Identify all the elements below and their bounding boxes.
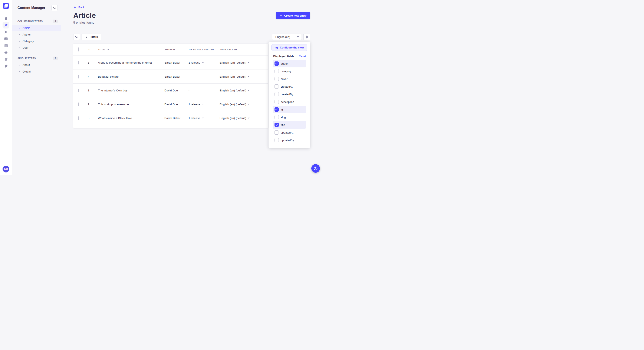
field-option-updatedAt[interactable]: updatedAt [273, 129, 306, 136]
filters-button[interactable]: Filters [82, 34, 101, 40]
sidebar-item-label: User [22, 46, 28, 49]
sidebar-item-label: Author [22, 33, 31, 36]
home-icon[interactable] [2, 15, 9, 22]
checkbox-unchecked-icon[interactable] [274, 130, 279, 135]
chevron-down-icon [202, 104, 204, 105]
arrow-left-icon [73, 6, 77, 9]
cloud-icon[interactable] [2, 49, 9, 56]
sidebar-item-global[interactable]: Global [12, 68, 61, 75]
sidebar-item-about[interactable]: About [12, 62, 61, 68]
checkbox-unchecked-icon[interactable] [274, 84, 279, 89]
cell-author: David Doe [164, 103, 188, 106]
field-option-description[interactable]: description [273, 98, 306, 106]
bullet-icon [20, 28, 20, 28]
back-link[interactable]: Back [73, 6, 84, 9]
field-option-id[interactable]: id [273, 106, 306, 113]
column-header-release[interactable]: TO BE RELEASED IN [188, 48, 220, 51]
cell-release[interactable]: 1 release [188, 117, 220, 120]
bullet-icon [20, 71, 20, 72]
chevron-down-icon [248, 118, 250, 119]
row-checkbox[interactable] [78, 75, 79, 78]
page-title: Article [73, 11, 96, 19]
cell-available-locales[interactable]: English (en) (default) [220, 117, 263, 120]
cell-available-locales[interactable]: English (en) (default) [220, 75, 263, 78]
sidebar-item-article[interactable]: Article [12, 25, 61, 31]
table-row[interactable]: 4 Beautiful picture Sarah Baker - Englis… [73, 70, 268, 83]
sidebar-item-label: Global [22, 70, 31, 73]
field-option-cover[interactable]: cover [273, 75, 306, 83]
user-avatar[interactable]: KD [2, 166, 9, 173]
sidebar-item-category[interactable]: Category [12, 38, 61, 44]
cart-icon[interactable] [2, 56, 9, 62]
settings-gear-icon[interactable] [2, 62, 9, 69]
entries-table: ID TITLE AUTHOR TO BE RELEASED IN AVAILA… [73, 44, 268, 128]
gear-icon [305, 35, 308, 39]
main-nav-rail: KD [0, 0, 12, 175]
table-row[interactable]: 2 This shrimp is awesome David Doe 1 rel… [73, 97, 268, 111]
checkbox-unchecked-icon[interactable] [274, 92, 279, 96]
field-option-author[interactable]: author [273, 60, 306, 67]
checkbox-checked-icon[interactable] [274, 107, 279, 112]
field-option-createdAt[interactable]: createdAt [273, 83, 306, 90]
field-option-updatedBy[interactable]: updatedBy [273, 136, 306, 144]
help-button[interactable] [311, 164, 320, 173]
media-images-icon[interactable] [2, 35, 9, 42]
create-button-label: Create new entry [284, 14, 306, 17]
select-all-checkbox[interactable] [78, 47, 79, 51]
checkbox-unchecked-icon[interactable] [274, 77, 279, 81]
sidebar-item-user[interactable]: User [12, 44, 61, 51]
chevron-down-icon [248, 62, 250, 63]
checkbox-unchecked-icon[interactable] [274, 69, 279, 73]
rail-logo-area [0, 0, 12, 12]
checkbox-unchecked-icon[interactable] [274, 115, 279, 119]
chevron-down-icon [202, 62, 204, 63]
table-row[interactable]: 3 A bug is becoming a meme on the intern… [73, 56, 268, 70]
chevron-down-icon [248, 90, 250, 91]
field-option-slug[interactable]: slug [273, 113, 306, 121]
table-row[interactable]: 1 The internet's Own boy David Doe - Eng… [73, 83, 268, 97]
checkbox-checked-icon[interactable] [274, 123, 279, 127]
checkbox-unchecked-icon[interactable] [274, 100, 279, 104]
row-checkbox[interactable] [78, 89, 79, 92]
reset-link[interactable]: Reset [299, 55, 306, 58]
section-label-collection-types: COLLECTION TYPES [18, 20, 43, 22]
strapi-logo[interactable] [3, 3, 9, 9]
layout-icon[interactable] [2, 42, 9, 49]
collection-types-count-badge: 4 [53, 19, 58, 23]
cell-available-locales[interactable]: English (en) (default) [220, 61, 263, 64]
column-header-title[interactable]: TITLE [98, 48, 164, 51]
column-header-author[interactable]: AUTHOR [164, 48, 188, 51]
configure-list-icon [275, 46, 278, 49]
row-checkbox[interactable] [78, 116, 79, 120]
sidebar-item-author[interactable]: Author [12, 31, 61, 38]
view-settings-gear-button[interactable] [304, 34, 310, 40]
content-feather-icon[interactable] [2, 22, 9, 28]
table-row[interactable]: 5 What's inside a Black Hole Sarah Baker… [73, 111, 268, 125]
configure-the-view-button[interactable]: Configure the view [271, 44, 307, 51]
release-plane-icon[interactable] [2, 28, 9, 35]
bullet-icon [20, 34, 20, 35]
cell-author: Sarah Baker [164, 61, 188, 64]
field-option-createdBy[interactable]: createdBy [273, 90, 306, 98]
checkbox-checked-icon[interactable] [274, 61, 279, 66]
cell-release[interactable]: 1 release [188, 103, 220, 106]
field-option-category[interactable]: category [273, 67, 306, 75]
row-checkbox[interactable] [78, 103, 79, 106]
cell-available-locales[interactable]: English (en) (default) [220, 103, 263, 106]
locale-select[interactable]: English (en) [272, 34, 302, 40]
rail-user-area: KD [0, 163, 12, 175]
sidebar-search-button[interactable] [51, 5, 58, 11]
search-icon [53, 6, 56, 9]
cell-available-locales[interactable]: English (en) (default) [220, 89, 263, 92]
checkbox-unchecked-icon[interactable] [274, 138, 279, 142]
column-header-id[interactable]: ID [88, 48, 98, 51]
table-search-button[interactable] [73, 34, 80, 40]
field-option-title[interactable]: title [273, 121, 306, 129]
entries-count: 5 entries found [73, 21, 94, 24]
displayed-fields-title: Displayed fields [273, 55, 294, 58]
create-new-entry-button[interactable]: Create new entry [276, 12, 310, 19]
column-header-available[interactable]: AVAILABLE IN [220, 48, 263, 51]
cell-id: 4 [88, 75, 98, 78]
row-checkbox[interactable] [78, 61, 79, 64]
cell-release[interactable]: 1 release [188, 61, 220, 64]
